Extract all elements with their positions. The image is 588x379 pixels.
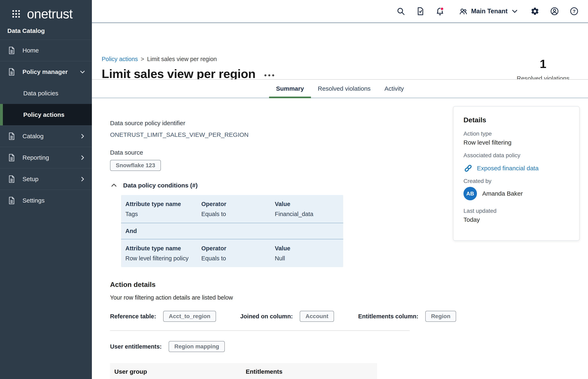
resolved-violations-stat: 1 Resolved violations — [511, 57, 576, 82]
last-updated-label: Last updated — [464, 208, 579, 214]
sidebar-nav: Home Policy manager Data policies — [0, 40, 92, 211]
identifier-value: ONETRUST_LIMIT_SALES_VIEW_PER_REGION — [110, 131, 437, 139]
chevron-right-icon — [79, 154, 86, 161]
document-icon — [7, 196, 16, 205]
document-check-icon[interactable] — [416, 7, 425, 16]
product-name: Data Catalog — [0, 22, 92, 40]
condition-operator: Equals to — [201, 211, 275, 218]
page-header: Policy actions > Limit sales view per re… — [92, 23, 588, 80]
sidebar-item-policy-manager[interactable]: Policy manager — [0, 61, 92, 82]
breadcrumb-parent-link[interactable]: Policy actions — [102, 56, 138, 63]
action-details-title: Action details — [110, 281, 437, 288]
topbar: Main Tenant ? — [92, 0, 588, 23]
created-by-label: Created by — [464, 178, 579, 184]
summary-tab-content: Data source policy identifier ONETRUST_L… — [92, 98, 588, 379]
user-entitlements-chip[interactable]: Region mapping — [169, 341, 225, 352]
document-icon — [7, 175, 16, 183]
app-window: onetrust Data Catalog Home — [0, 0, 588, 379]
associated-policy-link[interactable]: Exposed financial data — [464, 164, 579, 173]
user-entitlements-label: User entitlements: — [110, 343, 162, 350]
section-divider — [110, 331, 410, 331]
sidebar-item-home[interactable]: Home — [0, 40, 92, 61]
sidebar-item-label: Policy manager — [22, 68, 68, 75]
link-chain-icon — [464, 164, 473, 173]
last-updated-value: Today — [464, 216, 579, 223]
search-icon[interactable] — [396, 7, 405, 16]
condition-column-header: Operator — [201, 201, 275, 207]
svg-text:?: ? — [573, 9, 575, 14]
details-title: Details — [464, 116, 579, 124]
sidebar-item-label: Reporting — [22, 154, 49, 161]
datasource-chip[interactable]: Snowflake 123 — [110, 160, 161, 171]
tab-resolved-violations[interactable]: Resolved violations — [311, 80, 377, 98]
sidebar-item-label: Catalog — [22, 133, 44, 140]
account-icon[interactable] — [550, 7, 559, 16]
tenant-switcher[interactable]: Main Tenant — [459, 7, 519, 16]
condition-row: Attribute type name Operator Value Row l… — [121, 239, 343, 267]
tenant-label: Main Tenant — [471, 8, 508, 15]
action-type-label: Action type — [464, 130, 579, 137]
document-icon — [7, 46, 16, 55]
sidebar-item-label: Home — [22, 47, 39, 54]
condition-row: Attribute type name Operator Value Tags … — [121, 195, 343, 223]
condition-column-header: Attribute type name — [125, 245, 201, 252]
condition-operator: Equals to — [201, 255, 275, 262]
reference-table-label: Reference table: — [110, 313, 156, 320]
chevron-right-icon — [79, 175, 86, 183]
sidebar-item-policy-actions[interactable]: Policy actions — [0, 104, 92, 125]
sidebar-item-label: Settings — [22, 197, 45, 204]
condition-value: Null — [275, 255, 339, 262]
condition-attribute: Row level filtering policy — [125, 255, 201, 262]
tab-summary[interactable]: Summary — [269, 80, 311, 98]
created-by-name: Amanda Baker — [482, 190, 523, 197]
brand-logo[interactable]: onetrust — [0, 0, 92, 22]
action-type-value: Row level filtering — [464, 139, 579, 146]
breadcrumb-separator: > — [141, 56, 144, 63]
joined-on-column-chip[interactable]: Account — [300, 311, 334, 322]
sidebar-item-reporting[interactable]: Reporting — [0, 147, 92, 168]
chevron-down-icon — [79, 68, 86, 76]
sidebar-item-settings[interactable]: Settings — [0, 190, 92, 211]
notification-badge — [441, 7, 444, 10]
condition-column-header: Operator — [201, 245, 275, 252]
conditions-title: Data policy conditions (#) — [123, 182, 198, 189]
entitlements-table-header: User group Entitlements — [110, 363, 377, 379]
entitlements-column-label: Entitlements column: — [358, 313, 418, 320]
sidebar-item-data-policies[interactable]: Data policies — [0, 82, 92, 104]
breadcrumb: Policy actions > Limit sales view per re… — [102, 56, 217, 63]
entitlements-table: User group Entitlements — [110, 363, 377, 379]
condition-column-header: Value — [275, 201, 339, 207]
document-icon — [7, 68, 16, 76]
entitlements-column-chip[interactable]: Region — [425, 311, 456, 322]
sidebar-item-catalog[interactable]: Catalog — [0, 125, 92, 147]
tab-activity[interactable]: Activity — [377, 80, 411, 98]
created-by-row: AB Amanda Baker — [464, 187, 579, 200]
breadcrumb-current: Limit sales view per region — [147, 56, 217, 63]
details-panel: Details Action type Row level filtering … — [453, 106, 580, 241]
chevron-right-icon — [79, 133, 86, 140]
sidebar-item-label: Policy actions — [23, 111, 64, 118]
sidebar: onetrust Data Catalog Home — [0, 0, 92, 379]
document-icon — [7, 153, 16, 162]
brand-wordmark: onetrust — [27, 6, 73, 21]
gear-icon[interactable] — [530, 7, 539, 16]
collapse-chevron-up-icon[interactable] — [110, 182, 118, 189]
column-header-user-group: User group — [114, 368, 246, 375]
apps-grid-icon — [11, 9, 21, 19]
help-icon[interactable]: ? — [570, 7, 579, 16]
condition-column-header: Value — [275, 245, 339, 252]
condition-column-header: Attribute type name — [125, 201, 201, 207]
tab-bar: Summary Resolved violations Activity — [92, 79, 588, 98]
sidebar-item-label: Setup — [22, 176, 38, 183]
page-title: Limit sales view per region — [102, 67, 255, 81]
column-header-entitlements: Entitlements — [246, 368, 377, 375]
condition-value: Financial_data — [275, 211, 339, 218]
more-actions-icon[interactable] — [264, 71, 274, 76]
users-icon — [459, 7, 468, 16]
reference-table-chip[interactable]: Acct_to_region — [163, 311, 216, 322]
sidebar-item-setup[interactable]: Setup — [0, 168, 92, 190]
joined-on-column-label: Joined on column: — [240, 313, 293, 320]
datasource-label: Data source — [110, 149, 437, 156]
condition-attribute: Tags — [125, 211, 201, 218]
notifications-bell-icon[interactable] — [435, 7, 445, 16]
